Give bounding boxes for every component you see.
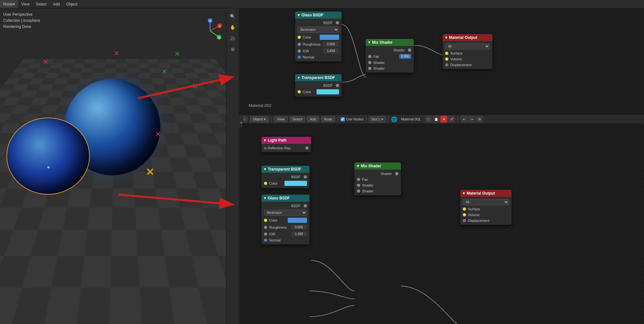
cross-marker-green1: ✕	[160, 68, 168, 75]
world-icon[interactable]: 🌐	[391, 116, 397, 122]
transparent-bsdf-output-bottom: BSDF	[261, 174, 309, 180]
node-editor-toolbar: ○ Object ▾ View Select Add Node Use Node…	[239, 114, 644, 124]
glass-bsdf-bsdf-output: BSDF	[295, 20, 342, 26]
svg-text:Z: Z	[209, 20, 211, 22]
material-label-top: Material.002	[249, 103, 272, 108]
glass-bsdf-node-bottom[interactable]: ▾ Glass BSDF BSDF Beckmann Color Rough	[261, 195, 309, 244]
glass-bsdf-body-top: BSDF Beckmann Color Roughness 0.000 IOR	[295, 19, 342, 61]
menu-select[interactable]: Select	[33, 0, 50, 8]
menu-view[interactable]: View	[18, 0, 33, 8]
material-output-body-top: All Surface Volume Displacement	[443, 41, 492, 69]
mix-shader-node-top[interactable]: ▾ Mix Shader Shader Fac 0.300 Shader Sha…	[366, 39, 414, 73]
material-output-surface-bottom: Surface	[460, 206, 512, 212]
camera-icon[interactable]: 🎥	[228, 33, 238, 43]
cross-marker-green2: ✕	[191, 82, 199, 90]
transparent-bsdf-body-top: BSDF Color	[295, 81, 342, 97]
mix-shader-shader2-top: Shader	[366, 66, 414, 71]
glass-bsdf-header-bottom: ▾ Glass BSDF	[261, 195, 309, 202]
transparent-bsdf-color-top: Color	[295, 88, 342, 95]
grid-icon[interactable]: ⊞	[228, 44, 238, 54]
cross-marker-green3: ✕	[173, 50, 181, 58]
mix-shader-header-top: ▾ Mix Shader	[366, 39, 414, 46]
panel-toggle[interactable]: ◀	[239, 118, 243, 127]
glass-bsdf-color-bottom: Color	[261, 217, 309, 224]
add-btn[interactable]: Add	[307, 116, 319, 122]
glass-bsdf-body-bottom: BSDF Beckmann Color Roughness 0.000 IOR	[261, 202, 309, 244]
beckmann-dropdown-top[interactable]: Beckmann	[298, 27, 339, 33]
cross-marker-red2: ✕	[112, 49, 120, 57]
glass-bsdf-roughness-bottom: Roughness 0.000	[261, 224, 309, 231]
pin-icon[interactable]: 📌	[448, 116, 455, 123]
svg-text:X: X	[219, 25, 221, 28]
material-output-dropdown-select-top[interactable]: All	[445, 43, 490, 49]
delete-icon[interactable]: ✕	[440, 116, 447, 123]
svg-line-3	[210, 26, 219, 31]
use-nodes-checkbox[interactable]	[341, 117, 345, 121]
svg-text:Y: Y	[218, 36, 220, 39]
material-output-dropdown-top: All	[443, 42, 492, 50]
material-output-displacement-top: Displacement	[443, 62, 492, 68]
glass-bsdf-normal-row: Normal	[295, 54, 342, 60]
menu-add[interactable]: Add	[50, 0, 63, 8]
beckmann-dropdown-bottom[interactable]: Beckmann	[264, 210, 307, 216]
node-editor-panel[interactable]: Material.002 ▾ Glass BSDF BSDF Beckmann …	[239, 8, 644, 324]
settings-icon[interactable]: ⚙	[476, 116, 483, 123]
top-menu-bar: Mode ▾ View Select Add Object	[0, 0, 644, 8]
light-path-reflection-row: Is Reflection Ray	[261, 145, 311, 151]
light-path-body: Is Reflection Ray	[261, 144, 311, 152]
transparent-bsdf-output-top: BSDF	[295, 83, 342, 88]
glass-bsdf-dropdown-bottom: Beckmann	[261, 209, 309, 217]
select-btn[interactable]: Select	[290, 116, 305, 122]
search-icon[interactable]: 🔍	[228, 12, 238, 21]
svg-line-6	[210, 31, 218, 37]
slot-dropdown[interactable]: Slot 1 ▾	[369, 116, 385, 122]
material-output-node-top[interactable]: ▾ Material Output All Surface Volume Dis…	[443, 34, 492, 69]
glass-bsdf-output-bottom: BSDF	[261, 203, 309, 209]
disk-object	[6, 118, 90, 195]
material-name-label[interactable]: Material.001	[399, 117, 423, 121]
object-origin	[47, 166, 49, 168]
material-output-node-bottom[interactable]: ▾ Material Output All Surface Volume Dis…	[460, 190, 512, 225]
transparent-bsdf-color-bottom: Color	[261, 180, 309, 187]
redo-icon[interactable]: ↪	[468, 116, 475, 123]
material-output-body-bottom: All Surface Volume Displacement	[460, 197, 512, 225]
mix-shader-body-top: Shader Fac 0.300 Shader Shader	[366, 46, 414, 73]
light-path-node[interactable]: ▾ Light Path Is Reflection Ray	[261, 137, 311, 152]
view-btn[interactable]: View	[274, 116, 288, 122]
viewport-info: User Perspective Collection | Icosphere …	[3, 12, 40, 30]
mix-shader-body-bottom: Shader Fac Shader Shader	[354, 170, 401, 195]
glass-bsdf-ior-bottom: IOR 1.450	[261, 231, 309, 237]
viewport-panel[interactable]: ✕ ✕ ✕ ✕ ✕ ✕ ✕ User Perspective Collectio…	[0, 8, 239, 324]
glass-bsdf-header-top: ▾ Glass BSDF	[295, 12, 342, 19]
shield-icon[interactable]: 🛡	[425, 116, 432, 123]
mix-shader-fac-bottom: Fac	[354, 177, 401, 182]
object-mode-btn[interactable]: Object ▾	[250, 116, 269, 122]
use-nodes-toggle[interactable]: Use Nodes	[341, 117, 363, 121]
material-output-dropdown-bottom: All	[460, 198, 512, 206]
menu-mode[interactable]: Mode ▾	[0, 0, 18, 8]
glass-bsdf-node-top[interactable]: ▾ Glass BSDF BSDF Beckmann Color Rough	[295, 12, 342, 61]
mix-shader-node-bottom[interactable]: ▾ Mix Shader Shader Fac Shader Shader	[354, 162, 401, 195]
material-output-volume-top: Volume	[443, 56, 492, 62]
menu-object[interactable]: Object	[63, 0, 81, 8]
viewport-toolbar: 🔍 ✋ 🎥 ⊞	[226, 8, 239, 324]
cross-marker-red3: ✕	[154, 130, 162, 138]
node-btn[interactable]: Node	[321, 116, 335, 122]
viewport-gizmo[interactable]: Z X Y	[197, 18, 223, 44]
mix-shader-shader2-bottom: Shader	[354, 188, 401, 194]
transparent-bsdf-header-top: ▾ Transparent BSDF	[295, 74, 342, 81]
cross-marker-red1: ✕	[42, 58, 49, 66]
material-output-dropdown-select-bottom[interactable]: All	[463, 199, 509, 205]
hand-icon[interactable]: ✋	[228, 22, 238, 32]
material-output-volume-bottom: Volume	[460, 212, 512, 218]
mix-shader-header-bottom: ▾ Mix Shader	[354, 162, 401, 170]
transparent-bsdf-node-bottom[interactable]: ▾ Transparent BSDF BSDF Color	[261, 166, 309, 188]
material-output-surface-top: Surface	[443, 50, 492, 56]
undo-icon[interactable]: ↩	[461, 116, 468, 123]
mix-shader-fac-row-top: Fac 0.300	[366, 53, 414, 60]
cross-marker-yellow: ✕	[146, 168, 154, 176]
mix-shader-output-top: Shader	[366, 47, 414, 53]
transparent-bsdf-node-top[interactable]: ▾ Transparent BSDF BSDF Color	[295, 74, 342, 97]
mix-shader-shader1-top: Shader	[366, 60, 414, 66]
copy-icon[interactable]: 📋	[433, 116, 440, 123]
